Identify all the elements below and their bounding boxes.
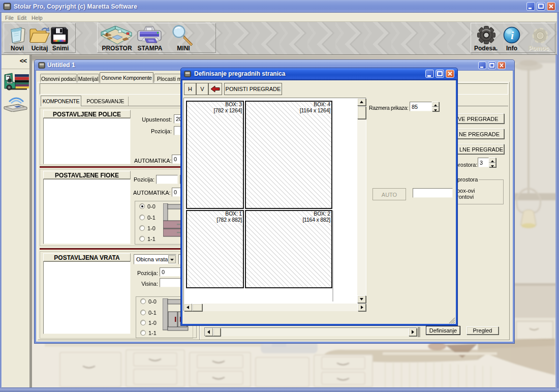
svg-text:i: i xyxy=(511,29,514,42)
